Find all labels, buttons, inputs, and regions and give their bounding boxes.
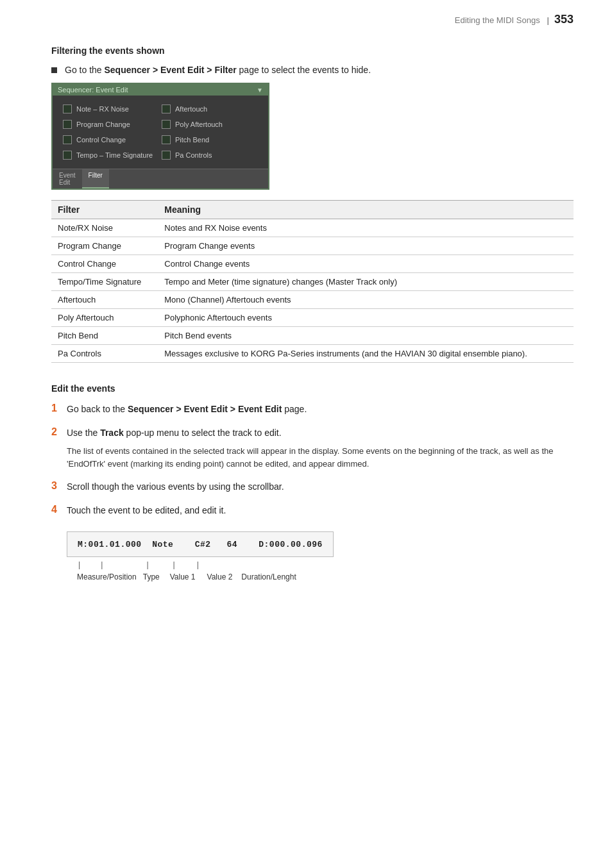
- meaning-col-header: Meaning: [158, 201, 574, 219]
- seq-item-note: Note – RX Noise: [63, 104, 159, 113]
- seq-body: Note – RX Noise Aftertouch Program Chang…: [53, 96, 268, 169]
- step-1-content: Go back to the Sequencer > Event Edit > …: [67, 403, 574, 416]
- table-row: Program Change Program Change events: [51, 237, 574, 255]
- seq-item-pitch: Pitch Bend: [162, 135, 258, 144]
- event-labels-row: Measure/Position Type Value 1 Value 2 Du…: [67, 571, 574, 583]
- filtering-bullet: Go to the Sequencer > Event Edit > Filte…: [51, 65, 574, 75]
- path-sequencer: Sequencer > Event Edit > Filter: [104, 65, 236, 75]
- table-row: Note/RX Noise Notes and RX Noise events: [51, 219, 574, 237]
- step-4-num: 4: [51, 504, 67, 515]
- seq-item-poly: Poly Aftertouch: [162, 120, 258, 129]
- step-1: 1 Go back to the Sequencer > Event Edit …: [51, 403, 574, 416]
- page-header: Editing the MIDI Songs |353: [51, 13, 574, 30]
- seq-title: Sequencer: Event Edit: [58, 86, 128, 94]
- step-4-content: Touch the event to be edited, and edit i…: [67, 504, 574, 583]
- seq-item-control: Control Change: [63, 135, 159, 144]
- seq-arrow-icon: ▼: [257, 87, 263, 94]
- filtering-section: Filtering the events shown Go to the Seq…: [51, 46, 574, 363]
- seq-title-bar: Sequencer: Event Edit ▼: [53, 84, 268, 96]
- seq-checkbox-aftertouch[interactable]: [162, 104, 171, 113]
- seq-checkbox-poly[interactable]: [162, 120, 171, 129]
- label-duration: Duration/Lenght: [241, 571, 296, 583]
- step-2-num: 2: [51, 426, 67, 438]
- table-row: Tempo/Time Signature Tempo and Meter (ti…: [51, 273, 574, 291]
- page-title: Editing the MIDI Songs: [455, 15, 540, 25]
- filtering-bullet-text: Go to the Sequencer > Event Edit > Filte…: [65, 65, 371, 75]
- table-row: Aftertouch Mono (Channel) Aftertouch eve…: [51, 291, 574, 309]
- seq-item-program: Program Change: [63, 120, 159, 129]
- sequencer-panel: Sequencer: Event Edit ▼ Note – RX Noise …: [51, 83, 269, 190]
- meaning-cell: Program Change events: [158, 237, 574, 255]
- meaning-cell: Messages exclusive to KORG Pa-Series ins…: [158, 345, 574, 363]
- seq-tab-filter[interactable]: Filter: [82, 169, 109, 188]
- meaning-cell: Mono (Channel) Aftertouch events: [158, 291, 574, 309]
- filter-cell: Program Change: [51, 237, 158, 255]
- seq-item-pa: Pa Controls: [162, 151, 258, 160]
- label-value2: Value 2: [207, 571, 233, 583]
- seq-checkbox-control[interactable]: [63, 135, 72, 144]
- meaning-cell: Control Change events: [158, 255, 574, 273]
- meaning-cell: Tempo and Meter (time signature) changes…: [158, 273, 574, 291]
- seq-item-aftertouch: Aftertouch: [162, 104, 258, 113]
- step1-path: Sequencer > Event Edit > Event Edit: [128, 404, 282, 414]
- step-2-detail: The list of events contained in the sele…: [67, 445, 574, 470]
- label-type: Type: [143, 571, 160, 583]
- seq-checkbox-program[interactable]: [63, 120, 72, 129]
- step-3: 3 Scroll though the various events by us…: [51, 480, 574, 494]
- filter-cell: Pa Controls: [51, 345, 158, 363]
- filter-cell: Pitch Bend: [51, 327, 158, 345]
- table-row: Control Change Control Change events: [51, 255, 574, 273]
- label-value1: Value 1: [170, 571, 196, 583]
- event-box: M:001.01.000 Note C#2 64 D:000.00.096: [67, 531, 334, 557]
- table-row: Pa Controls Messages exclusive to KORG P…: [51, 345, 574, 363]
- filter-cell: Aftertouch: [51, 291, 158, 309]
- seq-footer: EventEdit Filter: [53, 169, 268, 188]
- table-row: Pitch Bend Pitch Bend events: [51, 327, 574, 345]
- filter-cell: Tempo/Time Signature: [51, 273, 158, 291]
- edit-events-heading: Edit the events: [51, 383, 574, 394]
- filter-table: Filter Meaning Note/RX Noise Notes and R…: [51, 200, 574, 363]
- filter-cell: Poly Aftertouch: [51, 309, 158, 327]
- label-measure: Measure/Position: [77, 571, 137, 583]
- filter-col-header: Filter: [51, 201, 158, 219]
- event-box-line1: M:001.01.000 Note C#2 64 D:000.00.096: [78, 538, 323, 551]
- step-3-content: Scroll though the various events by usin…: [67, 480, 574, 494]
- step-2: 2 Use the Track pop-up menu to select th…: [51, 426, 574, 470]
- table-row: Poly Aftertouch Polyphonic Aftertouch ev…: [51, 309, 574, 327]
- event-pointers: | | | | |: [67, 560, 574, 571]
- step-1-num: 1: [51, 403, 67, 414]
- page-number: 353: [554, 13, 574, 26]
- step-3-num: 3: [51, 480, 67, 492]
- step2-track: Track: [100, 428, 124, 438]
- bullet-icon: [51, 67, 57, 73]
- steps-list: 1 Go back to the Sequencer > Event Edit …: [51, 403, 574, 583]
- event-display-container: M:001.01.000 Note C#2 64 D:000.00.096 | …: [67, 525, 574, 583]
- filtering-heading: Filtering the events shown: [51, 46, 574, 56]
- seq-tab-event-edit[interactable]: EventEdit: [53, 169, 82, 188]
- seq-checkbox-note[interactable]: [63, 104, 72, 113]
- seq-checkbox-pa[interactable]: [162, 151, 171, 160]
- seq-item-tempo: Tempo – Time Signature: [63, 151, 159, 160]
- seq-checkbox-tempo[interactable]: [63, 151, 72, 160]
- filter-cell: Note/RX Noise: [51, 219, 158, 237]
- edit-events-section: Edit the events 1 Go back to the Sequenc…: [51, 383, 574, 583]
- step-4: 4 Touch the event to be edited, and edit…: [51, 504, 574, 583]
- meaning-cell: Polyphonic Aftertouch events: [158, 309, 574, 327]
- filter-cell: Control Change: [51, 255, 158, 273]
- meaning-cell: Pitch Bend events: [158, 327, 574, 345]
- meaning-cell: Notes and RX Noise events: [158, 219, 574, 237]
- step-2-content: Use the Track pop-up menu to select the …: [67, 426, 574, 470]
- seq-checkbox-pitch[interactable]: [162, 135, 171, 144]
